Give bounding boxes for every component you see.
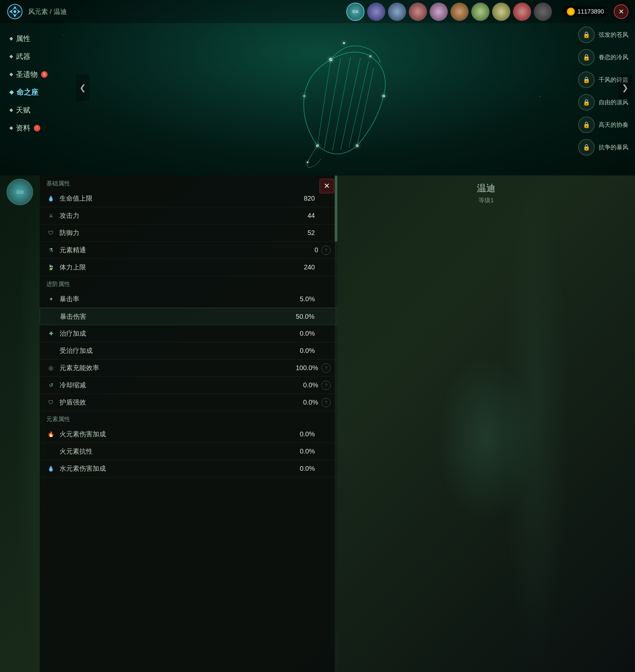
- nav-badge-artifacts: 5: [41, 71, 48, 78]
- stat-name-hydro_dmg: 水元素伤害加成: [60, 464, 282, 473]
- nav-arrow-right[interactable]: ❯: [618, 75, 632, 101]
- stat-row-incoming_healing: 受治疗加成0.0%: [40, 342, 337, 359]
- char-avatar-char5[interactable]: [451, 3, 469, 21]
- advanced-stats-container: ✦暴击率5.0%暴击伤害50.0%✚治疗加成0.0%受治疗加成0.0%◎元素充能…: [40, 291, 337, 411]
- stat-row-pyro_dmg: 🔥火元素伤害加成0.0%: [40, 426, 337, 443]
- stat-row-em: ⚗元素精通0?: [40, 241, 337, 259]
- constellation-node-node5[interactable]: 🔒高天的协奏: [578, 117, 628, 133]
- char-avatar-wendy[interactable]: 温迪: [346, 3, 365, 21]
- char-right-panel: 温迪 等级1: [337, 175, 635, 672]
- basic-section-header: 基础属性: [40, 175, 337, 190]
- stat-name-def: 防御力: [60, 228, 282, 237]
- svg-line-4: [332, 57, 351, 151]
- char-avatar-char6[interactable]: [471, 3, 489, 21]
- stats-panel: ✕ 基础属性 💧生命值上限820⚔攻击力44🛡防御力52⚗元素精通0?🍃体力上限…: [40, 175, 337, 672]
- stat-icon-er: ◎: [46, 363, 56, 373]
- char-avatar-char4[interactable]: [430, 3, 448, 21]
- close-button[interactable]: ✕: [614, 4, 628, 19]
- nav-item-constellation[interactable]: 命之座: [7, 83, 66, 101]
- stats-overlay: 温迪 ✕ 基础属性 💧生命值上限820⚔攻击力44🛡防御力52⚗元素精通0?🍃体…: [0, 175, 635, 672]
- char-avatar-char7[interactable]: [492, 3, 510, 21]
- stat-value-er: 100.0%: [285, 364, 318, 372]
- nav-label-artifacts: 圣遗物: [16, 69, 38, 80]
- nav-item-data[interactable]: 资料!: [7, 119, 66, 137]
- stat-row-stamina: 🍃体力上限240: [40, 259, 337, 276]
- currency-display: 11173890: [562, 6, 609, 17]
- stat-help-cd_reduction[interactable]: ?: [322, 381, 331, 390]
- stat-name-cd_reduction: 冷却缩减: [60, 381, 285, 390]
- svg-line-3: [324, 58, 341, 149]
- node-label-node6: 抗争的暴风: [599, 143, 628, 151]
- nav-label-attributes: 属性: [16, 34, 30, 44]
- stat-value-hydro_dmg: 0.0%: [282, 465, 315, 472]
- node-lock-icon-node5: 🔒: [578, 117, 595, 133]
- stat-name-incoming_healing: 受治疗加成: [60, 346, 282, 355]
- stats-close-button[interactable]: ✕: [320, 179, 334, 193]
- nav-label-weapon: 武器: [16, 51, 30, 62]
- stat-help-er[interactable]: ?: [322, 363, 331, 373]
- left-sidebar: 属性武器圣遗物5命之座天赋资料!: [0, 23, 73, 144]
- nav-item-weapon[interactable]: 武器: [7, 48, 66, 66]
- stat-help-shield[interactable]: ?: [322, 398, 331, 407]
- stat-icon-crit_rate: ✦: [46, 295, 56, 304]
- stat-name-pyro_res: 火元素抗性: [60, 447, 282, 456]
- stat-value-pyro_res: 0.0%: [282, 447, 315, 455]
- constellation-node-node1[interactable]: 🔒弦发的苍风: [578, 26, 628, 43]
- node-lock-icon-node1: 🔒: [578, 26, 595, 43]
- stat-value-def: 52: [282, 229, 315, 237]
- nav-label-talents: 天赋: [16, 105, 30, 115]
- node-lock-icon-node2: 🔒: [578, 49, 595, 66]
- stat-value-crit_dmg: 50.0%: [281, 313, 314, 320]
- char-avatar-char9[interactable]: [534, 3, 552, 21]
- nav-item-attributes[interactable]: 属性: [7, 30, 66, 48]
- svg-point-15: [307, 162, 309, 163]
- stat-name-em: 元素精通: [60, 246, 285, 255]
- node-lock-icon-node6: 🔒: [578, 139, 595, 155]
- top-bar: 风元素 / 温迪 温迪 11173890 ✕: [0, 0, 635, 23]
- stat-row-atk: ⚔攻击力44: [40, 207, 337, 225]
- char-avatar-char2[interactable]: [388, 3, 406, 21]
- stat-row-hp: 💧生命值上限820: [40, 190, 337, 207]
- char-small-avatar: 温迪: [7, 179, 33, 205]
- svg-line-2: [318, 60, 331, 146]
- nav-dot-data: [9, 126, 13, 130]
- stat-icon-hydro_dmg: 💧: [46, 464, 56, 474]
- stat-help-em[interactable]: ?: [322, 246, 331, 255]
- stat-value-atk: 44: [282, 212, 315, 219]
- svg-point-14: [343, 42, 345, 44]
- stat-row-healing: ✚治疗加成0.0%: [40, 325, 337, 342]
- currency-icon: [567, 7, 575, 16]
- basic-stats-container: 💧生命值上限820⚔攻击力44🛡防御力52⚗元素精通0?🍃体力上限240: [40, 190, 337, 276]
- stat-name-crit_rate: 暴击率: [60, 295, 282, 303]
- stat-name-crit_dmg: 暴击伤害: [60, 312, 281, 321]
- stat-icon-hp: 💧: [46, 194, 56, 203]
- node-lock-icon-node4: 🔒: [578, 94, 595, 110]
- stat-name-shield: 护盾强效: [60, 398, 285, 407]
- constellation-node-node6[interactable]: 🔒抗争的暴风: [578, 139, 628, 155]
- char-avatar-char1[interactable]: [367, 3, 385, 21]
- element-section-header: 元素属性: [40, 411, 337, 426]
- stat-name-er: 元素充能效率: [60, 363, 285, 373]
- nav-item-talents[interactable]: 天赋: [7, 101, 66, 119]
- char-info-left: 温迪: [0, 175, 40, 672]
- stat-value-healing: 0.0%: [282, 330, 315, 337]
- char-avatar-char3[interactable]: [409, 3, 427, 21]
- node-label-node5: 高天的协奏: [599, 121, 628, 129]
- game-logo: [7, 3, 23, 20]
- nav-label-data: 资料: [16, 123, 30, 133]
- nav-item-artifacts[interactable]: 圣遗物5: [7, 66, 66, 83]
- nav-dot-artifacts: [9, 72, 13, 76]
- char-name-right: 温迪: [477, 182, 496, 195]
- nav-dot-constellation: [9, 90, 14, 95]
- stat-icon-stamina: 🍃: [46, 263, 56, 272]
- stats-scrollbar[interactable]: [335, 175, 337, 672]
- nav-label-constellation: 命之座: [17, 87, 38, 97]
- stat-row-crit_dmg: 暴击伤害50.0%: [40, 308, 337, 325]
- stat-icon-em: ⚗: [46, 246, 56, 255]
- constellation-node-node2[interactable]: 🔒眷恋的冷风: [578, 49, 628, 66]
- svg-line-7: [357, 68, 374, 146]
- char-avatar-char8[interactable]: [513, 3, 531, 21]
- nav-arrow-left[interactable]: ❮: [76, 75, 89, 101]
- stat-row-pyro_res: 火元素抗性0.0%: [40, 443, 337, 460]
- stat-name-stamina: 体力上限: [60, 263, 282, 272]
